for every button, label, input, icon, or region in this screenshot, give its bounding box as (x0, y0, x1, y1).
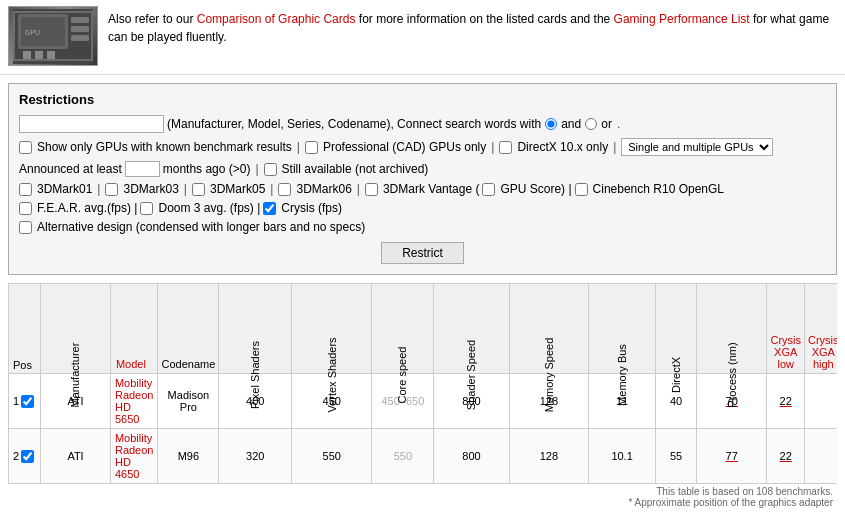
svg-rect-4 (71, 26, 89, 32)
restrictions-title: Restrictions (19, 92, 826, 107)
fear-label: F.E.A.R. avg.(fps) | (37, 201, 137, 215)
col-pos: Pos (9, 284, 41, 374)
months-input[interactable] (125, 161, 160, 177)
crysis-low-cell: 22 (767, 374, 805, 429)
show-known-checkbox[interactable] (19, 141, 32, 154)
3dmarkvantage-checkbox[interactable] (365, 183, 378, 196)
table-header-row: Pos Manufacturer Model Codename Pixel Sh… (9, 284, 838, 374)
3dmark03-checkbox[interactable] (105, 183, 118, 196)
still-available-label: Still available (not archived) (282, 162, 429, 176)
memory-bus-cell: 10.1 (589, 429, 656, 484)
footnote: This table is based on 108 benchmarks. *… (8, 486, 837, 508)
altdesign-row: Alternative design (condensed with longe… (19, 220, 826, 234)
pixel-shaders-cell: 320 (219, 429, 292, 484)
col-crysis-high: Crysis XGA high (805, 284, 838, 374)
pos-number: 1 (13, 395, 19, 407)
footnote-position: * Approximate position of the graphics a… (8, 497, 833, 508)
col-pixel-shaders: Pixel Shaders (219, 284, 292, 374)
3dmark06-label: 3DMark06 (296, 182, 351, 196)
and-label: and (561, 117, 581, 131)
dot-separator: . (617, 117, 620, 131)
show-known-label: Show only GPUs with known benchmark resu… (37, 140, 292, 154)
3dmark06-checkbox[interactable] (278, 183, 291, 196)
announced-prefix: Announced at least (19, 162, 122, 176)
search-row: (Manufacturer, Model, Series, Codename),… (19, 115, 826, 133)
still-available-checkbox[interactable] (264, 163, 277, 176)
gpuscore-label: GPU Score) | (500, 182, 571, 196)
process-cell: 77 (697, 429, 767, 484)
intro-text: Also refer to our (108, 12, 197, 26)
professional-checkbox[interactable] (305, 141, 318, 154)
crysis-checkbox[interactable] (263, 202, 276, 215)
and-radio[interactable] (545, 118, 557, 130)
sep2: | (491, 140, 494, 154)
3dmark03-label: 3DMark03 (123, 182, 178, 196)
benchmark-table: Pos Manufacturer Model Codename Pixel Sh… (8, 283, 837, 484)
altdesign-checkbox[interactable] (19, 221, 32, 234)
fear-checkbox[interactable] (19, 202, 32, 215)
search-input[interactable] (19, 115, 164, 133)
crysis-high-cell (805, 374, 838, 429)
search-label: (Manufacturer, Model, Series, Codename),… (167, 117, 541, 131)
directx-checkbox[interactable] (499, 141, 512, 154)
svg-text:GPU: GPU (25, 29, 40, 36)
codename-cell: M96 (158, 429, 219, 484)
doom3-label: Doom 3 avg. (fps) | (158, 201, 260, 215)
pos-cell: 2 (9, 429, 41, 484)
intro-paragraph: Also refer to our Comparison of Graphic … (108, 6, 837, 46)
col-memory-bus: Memory Bus (589, 284, 656, 374)
pos-cell: 1 (9, 374, 41, 429)
doom3-checkbox[interactable] (140, 202, 153, 215)
restrict-button[interactable]: Restrict (381, 242, 464, 264)
cinebench-label: Cinebench R10 OpenGL (593, 182, 724, 196)
col-crysis-low: Crysis XGA low (767, 284, 805, 374)
col-codename: Codename (158, 284, 219, 374)
model-link[interactable]: Mobility Radeon HD 5650 (115, 377, 154, 425)
sep3: | (613, 140, 616, 154)
restrictions-section: Restrictions (Manufacturer, Model, Serie… (8, 83, 837, 275)
gpuscore-checkbox[interactable] (482, 183, 495, 196)
directx-label: DirectX 10.x only (517, 140, 608, 154)
svg-rect-5 (71, 35, 89, 41)
or-radio[interactable] (585, 118, 597, 130)
col-vertex-shaders: Vertex Shaders (292, 284, 372, 374)
crysis-high-cell (805, 429, 838, 484)
col-shader-speed: Shader Speed (434, 284, 509, 374)
col-model: Model (110, 284, 158, 374)
middle-text: for more information on the listed cards… (359, 12, 614, 26)
top-section: GPU Also refer to our Comparison of Grap… (0, 0, 845, 75)
row-checkbox[interactable] (21, 450, 34, 463)
sep1: | (297, 140, 300, 154)
model-link[interactable]: Mobility Radeon HD 4650 (115, 432, 154, 480)
3dmarkvantage-label: 3DMark Vantage ( (383, 182, 480, 196)
col-core-speed: Core speed (372, 284, 434, 374)
pos-number: 2 (13, 450, 19, 462)
manufacturer-cell: ATI (41, 429, 111, 484)
memory-speed-cell: 128 (509, 429, 589, 484)
filter-row: Show only GPUs with known benchmark resu… (19, 138, 826, 156)
table-row: 2ATIMobility Radeon HD 4650M963205505508… (9, 429, 838, 484)
3dmark05-checkbox[interactable] (192, 183, 205, 196)
svg-rect-2 (21, 17, 65, 46)
col-manufacturer: Manufacturer (41, 284, 111, 374)
col-directx: DirectX (655, 284, 696, 374)
svg-rect-1 (18, 14, 68, 49)
3dmark01-checkbox[interactable] (19, 183, 32, 196)
cinebench-checkbox[interactable] (575, 183, 588, 196)
footnote-benchmarks: This table is based on 108 benchmarks. (8, 486, 833, 497)
professional-label: Professional (CAD) GPUs only (323, 140, 486, 154)
vertex-shaders-cell: 550 (292, 429, 372, 484)
table-row: 1ATIMobility Radeon HD 5650Madison Pro40… (9, 374, 838, 429)
benchmark-row2: F.E.A.R. avg.(fps) | Doom 3 avg. (fps) |… (19, 201, 826, 215)
directx-cell: 55 (655, 429, 696, 484)
comparison-link[interactable]: Comparison of Graphic Cards (197, 12, 356, 26)
svg-rect-3 (71, 17, 89, 23)
col-memory-speed: Memory Speed (509, 284, 589, 374)
gaming-performance-link[interactable]: Gaming Performance List (614, 12, 750, 26)
single-multiple-select[interactable]: Single and multiple GPUs (621, 138, 773, 156)
core-speed-cell: 550 (372, 429, 434, 484)
svg-rect-7 (35, 51, 43, 59)
row-checkbox[interactable] (21, 395, 34, 408)
svg-rect-6 (23, 51, 31, 59)
crysis-label: Crysis (fps) (281, 201, 342, 215)
